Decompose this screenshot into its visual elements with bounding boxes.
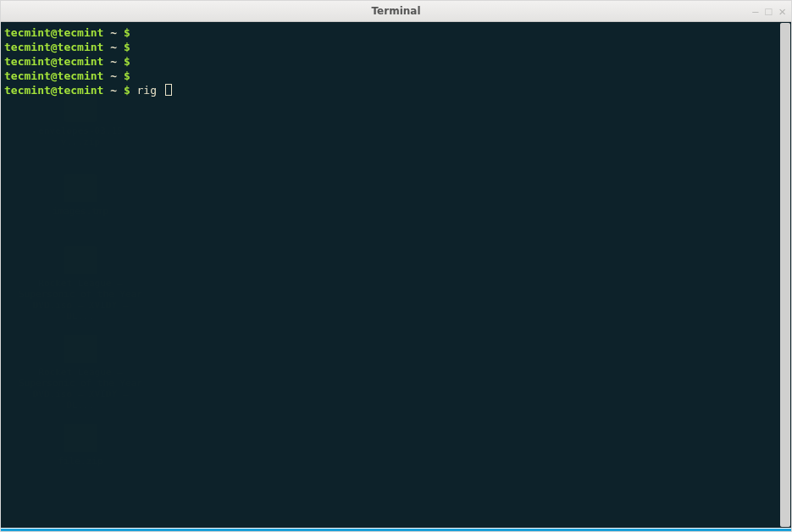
prompt-line: tecmint@tecmint ~ $ bbox=[4, 25, 788, 40]
prompt-symbol: $ bbox=[124, 55, 130, 68]
terminal-lines: tecmint@tecmint ~ $ tecmint@tecmint ~ $ … bbox=[4, 25, 788, 97]
prompt-user: tecmint@tecmint bbox=[4, 26, 103, 39]
command-text: rig bbox=[137, 84, 163, 97]
prompt-user: tecmint@tecmint bbox=[4, 41, 103, 53]
prompt-line: tecmint@tecmint ~ $ bbox=[4, 40, 788, 54]
prompt-symbol: $ bbox=[124, 69, 130, 82]
cursor-icon bbox=[165, 84, 172, 96]
prompt-line: tecmint@tecmint ~ $ bbox=[4, 69, 788, 83]
prompt-line: tecmint@tecmint ~ $ bbox=[4, 54, 788, 69]
terminal-body[interactable]: tecmint@tecmint ~ $ tecmint@tecmint ~ $ … bbox=[1, 22, 791, 528]
prompt-user: tecmint@tecmint bbox=[4, 84, 103, 97]
window-title: Terminal bbox=[371, 5, 420, 17]
prompt-path: ~ bbox=[110, 69, 117, 82]
prompt-path: ~ bbox=[110, 55, 117, 68]
prompt-user: tecmint@tecmint bbox=[4, 69, 103, 82]
window-controls: – □ × bbox=[752, 1, 786, 22]
prompt-line: tecmint@tecmint ~ $ rig bbox=[4, 83, 788, 97]
prompt-path: ~ bbox=[110, 41, 117, 53]
prompt-symbol: $ bbox=[124, 84, 130, 97]
scrollbar[interactable] bbox=[780, 23, 790, 527]
prompt-symbol: $ bbox=[124, 41, 130, 53]
bottom-accent-bar bbox=[1, 528, 791, 531]
prompt-user: tecmint@tecmint bbox=[4, 55, 103, 68]
prompt-symbol: $ bbox=[124, 26, 130, 39]
minimize-button[interactable]: – bbox=[752, 6, 758, 17]
terminal-window: Terminal – □ × tecmint@tecmint ~ $ tecmi… bbox=[0, 0, 792, 532]
maximize-button[interactable]: □ bbox=[765, 6, 772, 17]
prompt-path: ~ bbox=[110, 26, 117, 39]
prompt-path: ~ bbox=[110, 84, 117, 97]
titlebar[interactable]: Terminal – □ × bbox=[1, 1, 791, 22]
close-button[interactable]: × bbox=[778, 5, 786, 18]
